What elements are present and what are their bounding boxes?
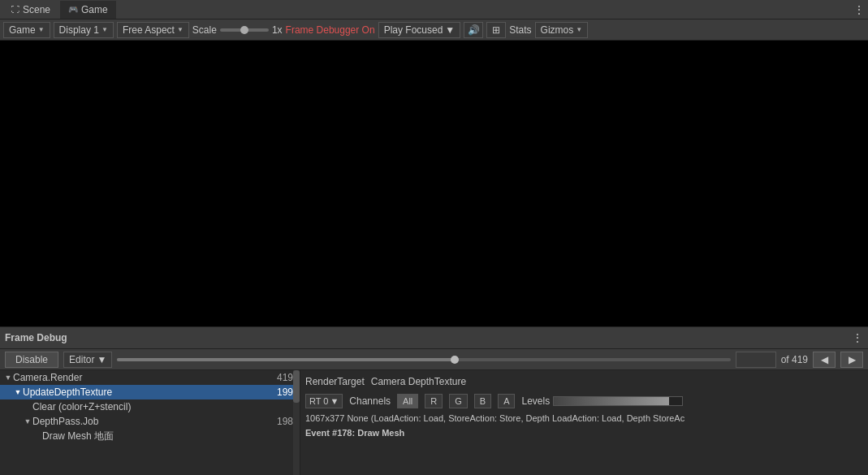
editor-dropdown-arrow: ▼ <box>97 354 106 365</box>
rt-arrow: ▼ <box>330 396 339 406</box>
tab-scene-label: Scene <box>23 4 50 15</box>
total-frames-label: of 419 <box>781 354 808 365</box>
aspect-dropdown-arrow: ▼ <box>177 26 184 33</box>
channels-label: Channels <box>349 395 391 407</box>
frame-debug-title: Frame Debug <box>5 332 67 343</box>
tree-label-1: UpdateDepthTexture <box>23 386 277 398</box>
rt-dropdown[interactable]: RT 0 ▼ <box>305 394 343 408</box>
gizmos-arrow: ▼ <box>576 26 582 33</box>
tree-label-2: Clear (color+Z+stencil) <box>32 401 293 412</box>
display-dropdown-arrow: ▼ <box>101 26 108 33</box>
disable-button[interactable]: Disable <box>5 352 58 368</box>
gizmos-dropdown[interactable]: Gizmos ▼ <box>535 22 589 38</box>
desc-line2: Event #178: Draw Mesh <box>305 428 404 438</box>
game-dropdown[interactable]: Game ▼ <box>3 22 50 38</box>
game-viewport <box>0 41 868 326</box>
frame-debug-more-button[interactable]: ⋮ <box>852 331 863 344</box>
game-icon: 🎮 <box>68 5 78 14</box>
frame-next-button[interactable]: ▶ <box>840 352 863 368</box>
grid-icon-btn[interactable]: ⊞ <box>486 22 506 38</box>
gizmos-label: Gizmos <box>541 24 574 36</box>
tree-row[interactable]: Clear (color+Z+stencil) <box>0 399 300 414</box>
tree-label-4: Draw Mesh 地面 <box>42 430 293 443</box>
scale-group: Scale 1x <box>192 24 283 36</box>
tree-row[interactable]: ▼ Camera.Render 419 <box>0 370 300 385</box>
info-panel: RenderTarget Camera DepthTexture RT 0 ▼ … <box>300 370 868 475</box>
audio-icon: 🔊 <box>468 24 480 36</box>
controls-row: Disable Editor ▼ 178 of 419 ◀ ▶ <box>0 349 868 370</box>
scale-value: 1x <box>272 24 283 36</box>
play-focused-dropdown[interactable]: Play Focused ▼ <box>378 22 461 38</box>
bottom-panel: Frame Debug ⋮ Disable Editor ▼ 178 of 41… <box>0 326 868 475</box>
tree-row[interactable]: ▼ DepthPass.Job 198 <box>0 414 300 429</box>
levels-bar[interactable] <box>553 396 683 406</box>
desc-row-1: 1067x377 None (LoadAction: Load, StoreAc… <box>305 412 863 424</box>
frame-number-input[interactable]: 178 <box>736 352 776 368</box>
tree-scroll[interactable]: ▼ Camera.Render 419 ▼ UpdateDepthTexture… <box>0 370 300 475</box>
top-tab-bar: ⛶ Scene 🎮 Game ⋮ <box>0 0 868 19</box>
play-focused-label: Play Focused <box>384 24 443 36</box>
display-dropdown-label: Display 1 <box>59 24 99 36</box>
tab-scene[interactable]: ⛶ Scene <box>3 1 58 19</box>
channel-g-button[interactable]: G <box>449 394 468 408</box>
frame-slider[interactable] <box>117 358 730 361</box>
grid-icon: ⊞ <box>492 24 500 36</box>
tree-arrow-3: ▼ <box>23 417 32 425</box>
channel-all-button[interactable]: All <box>397 394 418 408</box>
render-target-row: RenderTarget Camera DepthTexture <box>305 374 863 390</box>
scale-slider[interactable] <box>220 28 269 32</box>
tree-scrollbar[interactable] <box>293 370 300 475</box>
levels-group: Levels <box>521 395 683 407</box>
split-content: ▼ Camera.Render 419 ▼ UpdateDepthTexture… <box>0 370 868 475</box>
desc-line1: 1067x377 None (LoadAction: Load, StoreAc… <box>305 413 684 423</box>
tab-game[interactable]: 🎮 Game <box>60 1 116 19</box>
tree-panel: ▼ Camera.Render 419 ▼ UpdateDepthTexture… <box>0 370 300 475</box>
render-target-label: RenderTarget <box>305 376 365 387</box>
rt-label: RT 0 <box>309 396 328 406</box>
tree-arrow-0: ▼ <box>3 374 13 382</box>
editor-dropdown-label: Editor <box>69 354 94 365</box>
scene-icon: ⛶ <box>11 5 19 14</box>
channels-row: RT 0 ▼ Channels All R G B A Levels <box>305 393 863 409</box>
tree-arrow-1: ▼ <box>13 388 23 396</box>
tree-label-3: DepthPass.Job <box>32 416 277 427</box>
game-dropdown-arrow: ▼ <box>38 26 45 33</box>
aspect-dropdown-label: Free Aspect <box>123 24 175 36</box>
levels-label: Levels <box>521 395 550 407</box>
stats-button[interactable]: Stats <box>509 24 531 36</box>
channel-a-button[interactable]: A <box>498 394 515 408</box>
aspect-dropdown[interactable]: Free Aspect ▼ <box>117 22 189 38</box>
display-dropdown[interactable]: Display 1 ▼ <box>54 22 114 38</box>
frame-debugger-toggle[interactable]: Frame Debugger On <box>286 24 375 36</box>
desc-row-2: Event #178: Draw Mesh <box>305 427 863 438</box>
editor-dropdown[interactable]: Editor ▼ <box>63 352 112 368</box>
channel-r-button[interactable]: R <box>425 394 443 408</box>
main-toolbar: Game ▼ Display 1 ▼ Free Aspect ▼ Scale 1… <box>0 19 868 41</box>
frame-debug-header: Frame Debug ⋮ <box>0 326 868 349</box>
render-target-value: Camera DepthTexture <box>371 376 466 387</box>
tree-label-0: Camera.Render <box>13 372 277 383</box>
tab-game-label: Game <box>81 4 108 15</box>
play-focused-arrow: ▼ <box>445 24 455 36</box>
channel-b-button[interactable]: B <box>474 394 491 408</box>
tree-row[interactable]: Draw Mesh 地面 <box>0 429 300 443</box>
tree-row[interactable]: ▼ UpdateDepthTexture 199 <box>0 385 300 399</box>
scale-label: Scale <box>192 24 217 36</box>
stats-gizmos-group: Stats Gizmos ▼ <box>509 22 588 38</box>
audio-icon-btn[interactable]: 🔊 <box>464 22 483 38</box>
frame-prev-button[interactable]: ◀ <box>813 352 836 368</box>
tab-more-button[interactable]: ⋮ <box>853 3 865 16</box>
game-dropdown-label: Game <box>9 24 36 36</box>
